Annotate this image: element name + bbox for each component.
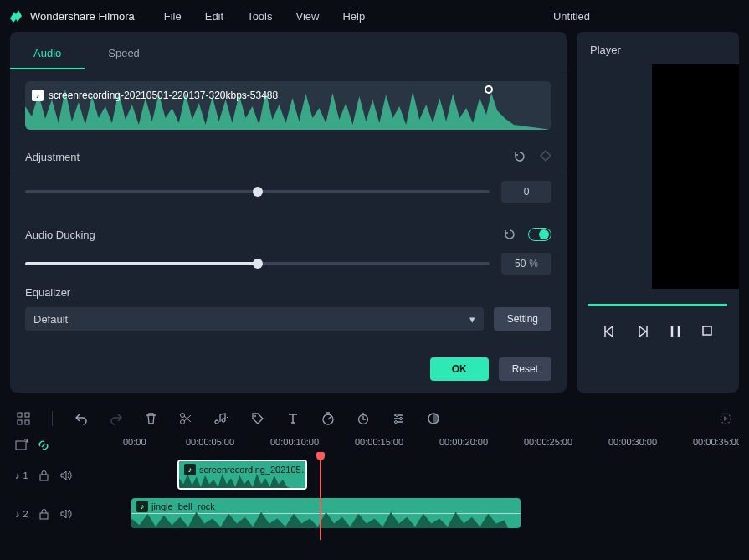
waveform-handle[interactable] bbox=[485, 85, 493, 94]
audio-panel: Audio Speed ♪ screenrecording-20210501-2… bbox=[10, 32, 567, 393]
ducking-title: Audio Ducking bbox=[25, 229, 95, 241]
svg-point-6 bbox=[181, 420, 185, 424]
mute-icon[interactable] bbox=[59, 470, 72, 481]
music-edit-icon[interactable] bbox=[214, 412, 229, 425]
svg-point-7 bbox=[254, 415, 256, 417]
player-title: Player bbox=[577, 42, 739, 64]
stop-icon[interactable] bbox=[701, 325, 713, 338]
undo-icon[interactable] bbox=[74, 412, 88, 425]
svg-rect-0 bbox=[703, 326, 711, 335]
mute-icon[interactable] bbox=[59, 508, 72, 520]
timeline-toolbar bbox=[10, 403, 739, 434]
music-note-icon: ♪ bbox=[15, 509, 20, 519]
lock-icon[interactable] bbox=[38, 470, 49, 481]
timer-icon[interactable] bbox=[357, 412, 370, 425]
panel-tabs: Audio Speed bbox=[10, 39, 567, 69]
ok-button[interactable]: OK bbox=[430, 357, 489, 381]
waveform-preview[interactable]: ♪ screenrecording-20210501-220137-320kbp… bbox=[25, 81, 551, 130]
svg-rect-2 bbox=[25, 413, 29, 417]
play-icon[interactable] bbox=[636, 325, 649, 338]
menu-file[interactable]: File bbox=[164, 10, 182, 23]
ducking-value[interactable]: 50% bbox=[501, 253, 551, 275]
menu-tools[interactable]: Tools bbox=[247, 10, 272, 23]
clip-2[interactable]: ♪jingle_bell_rock bbox=[131, 498, 521, 528]
diamond-icon[interactable] bbox=[540, 150, 551, 163]
chevron-down-icon: ▾ bbox=[469, 313, 475, 326]
svg-point-10 bbox=[396, 414, 398, 417]
titlebar: Wondershare Filmora File Edit Tools View… bbox=[0, 0, 749, 32]
menu-view[interactable]: View bbox=[295, 10, 319, 23]
waveform-label: ♪ screenrecording-20210501-220137-320kbp… bbox=[32, 90, 278, 101]
reset-button[interactable]: Reset bbox=[499, 357, 551, 381]
prev-frame-icon[interactable] bbox=[603, 325, 616, 338]
playhead[interactable] bbox=[320, 456, 321, 540]
svg-point-12 bbox=[395, 421, 398, 424]
adjustment-header[interactable]: Adjustment bbox=[10, 141, 567, 172]
menu-edit[interactable]: Edit bbox=[205, 10, 223, 23]
music-note-icon: ♪ bbox=[184, 464, 196, 475]
equalizer-title: Equalizer bbox=[25, 286, 551, 299]
adjust-icon[interactable] bbox=[392, 412, 405, 425]
svg-point-5 bbox=[181, 414, 185, 418]
music-note-icon: ♪ bbox=[15, 470, 20, 480]
split-icon[interactable] bbox=[179, 412, 192, 425]
equalizer-setting-button[interactable]: Setting bbox=[494, 307, 551, 331]
render-icon[interactable] bbox=[719, 412, 732, 425]
tab-speed[interactable]: Speed bbox=[85, 39, 163, 69]
svg-rect-17 bbox=[40, 513, 48, 519]
track-header-2: ♪2 bbox=[10, 495, 106, 533]
ducking-toggle[interactable] bbox=[528, 228, 551, 241]
speed-icon[interactable] bbox=[321, 412, 335, 425]
reset-icon[interactable] bbox=[503, 228, 516, 241]
pause-icon[interactable] bbox=[669, 325, 681, 338]
main-menu: File Edit Tools View Help bbox=[164, 10, 365, 23]
svg-rect-3 bbox=[18, 420, 22, 424]
player-viewport bbox=[652, 64, 739, 289]
timeline: ♪1 ♪2 00:00 00:00:05:00 00:00:10:00 00:0… bbox=[0, 403, 749, 540]
svg-rect-16 bbox=[40, 475, 48, 480]
reset-icon[interactable] bbox=[513, 150, 526, 163]
grid-icon[interactable] bbox=[17, 412, 30, 425]
adjustment-title: Adjustment bbox=[25, 151, 80, 163]
delete-icon[interactable] bbox=[145, 412, 157, 425]
menu-help[interactable]: Help bbox=[342, 10, 365, 23]
svg-rect-4 bbox=[25, 420, 29, 424]
app-name: Wondershare Filmora bbox=[30, 10, 135, 23]
player-panel: Player bbox=[577, 32, 739, 393]
redo-icon[interactable] bbox=[110, 412, 123, 425]
adjustment-slider[interactable] bbox=[25, 190, 490, 193]
tab-audio[interactable]: Audio bbox=[10, 39, 85, 69]
adjustment-value[interactable]: 0 bbox=[501, 181, 551, 203]
music-note-icon: ♪ bbox=[32, 90, 44, 101]
app-logo-icon bbox=[8, 8, 23, 23]
ducking-slider[interactable] bbox=[25, 262, 490, 265]
svg-rect-15 bbox=[16, 441, 26, 450]
svg-point-11 bbox=[400, 418, 403, 420]
timeline-ruler[interactable]: 00:00 00:00:05:00 00:00:10:00 00:00:15:0… bbox=[106, 434, 739, 456]
color-icon[interactable] bbox=[427, 412, 440, 425]
clip-1[interactable]: ♪screenrecording_202105… bbox=[177, 460, 307, 490]
link-icon[interactable] bbox=[37, 439, 50, 452]
track-header-1: ♪1 bbox=[10, 456, 106, 495]
add-track-icon[interactable] bbox=[15, 439, 28, 452]
tag-icon[interactable] bbox=[251, 412, 264, 425]
document-title: Untitled bbox=[553, 10, 590, 23]
equalizer-select[interactable]: Default ▾ bbox=[25, 307, 484, 331]
player-progress[interactable] bbox=[588, 304, 727, 306]
lock-icon[interactable] bbox=[38, 508, 49, 520]
music-note-icon: ♪ bbox=[136, 501, 148, 512]
svg-rect-1 bbox=[18, 413, 22, 417]
text-icon[interactable] bbox=[286, 412, 300, 425]
